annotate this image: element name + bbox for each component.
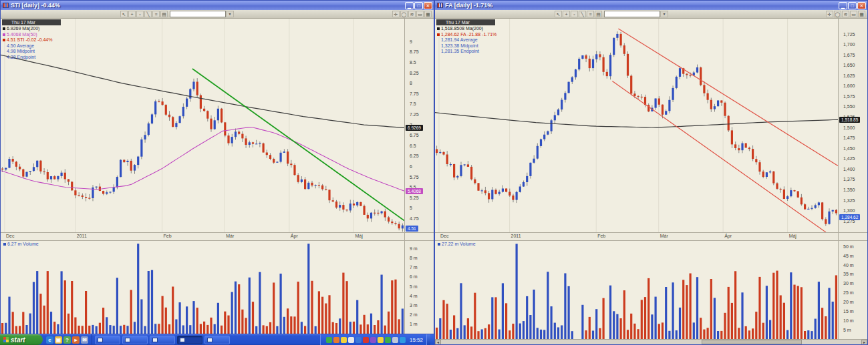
fibonacci-tool-icon[interactable]: ≡ <box>587 11 594 17</box>
symbol-go-button[interactable]: ▾ <box>660 11 668 17</box>
tray-icon-11[interactable] <box>400 337 406 343</box>
tray-icon-5[interactable] <box>355 337 361 343</box>
legend-marker-icon <box>3 27 5 30</box>
tray-icon-4[interactable] <box>348 337 354 343</box>
media-player-icon[interactable]: ▸ <box>72 336 80 344</box>
volume-chart[interactable]: 27.22 m Volume <box>435 241 838 339</box>
price-tick: 1,625 <box>843 73 855 78</box>
chart-toolbar: ↖+▫╲≡▤▾✛◯≋▭▦ <box>1 10 434 19</box>
legend-line: 4.50 Average <box>2 43 61 49</box>
time-tick: Feb <box>164 234 172 238</box>
symbol-go-button[interactable]: ▾ <box>226 11 234 17</box>
close-button[interactable]: ✕ <box>857 2 866 9</box>
trendline-tool-icon[interactable]: ╲ <box>579 11 586 17</box>
indicator-tool-icon[interactable]: ▤ <box>160 11 168 17</box>
scrollbar-thumb[interactable] <box>702 340 802 344</box>
price-tick: 1,575 <box>843 94 855 99</box>
fibonacci-tool-icon[interactable]: ≡ <box>152 11 160 17</box>
magnifier-icon[interactable]: ▫ <box>136 11 144 17</box>
volume-tick: 5 m <box>410 284 418 289</box>
channel-tool-icon[interactable]: ≋ <box>842 11 849 17</box>
minimize-button[interactable]: ▁ <box>839 2 847 9</box>
volume-legend: 6.27 m Volume <box>3 242 39 246</box>
mail-icon[interactable]: ✉ <box>81 336 88 344</box>
price-tick: 6.25 <box>410 153 419 158</box>
titlebar[interactable]: STI [daily] -0.44%▁□✕ <box>1 1 434 10</box>
time-tick: Máj <box>789 234 797 238</box>
indicator-tool-icon[interactable]: ▤ <box>595 11 602 17</box>
pan-icon[interactable]: ✛ <box>826 11 833 17</box>
crosshair-icon[interactable]: + <box>563 11 570 17</box>
chart-window-left: STI [daily] -0.44%▁□✕↖+▫╲≡▤▾✛◯≋▭▦Thu 17 … <box>0 0 434 334</box>
taskbar-window-4[interactable] <box>177 336 202 344</box>
volume-axis: 50 m45 m40 m35 m30 m25 m20 m15 m10 m5 m <box>838 241 867 339</box>
system-tray: 15:52 <box>320 334 434 345</box>
price-tick: 9 <box>410 39 412 44</box>
save-icon[interactable]: ▦ <box>858 11 865 17</box>
trendline-tool-icon[interactable]: ╲ <box>144 11 152 17</box>
rectangle-tool-icon[interactable]: ▭ <box>850 11 857 17</box>
magnifier-icon[interactable]: ▫ <box>571 11 578 17</box>
pointer-icon[interactable]: ↖ <box>555 11 562 17</box>
ellipse-tool-icon[interactable]: ◯ <box>400 11 408 17</box>
price-tick: 1,400 <box>843 167 855 171</box>
save-icon[interactable]: ▦ <box>424 11 432 17</box>
symbol-input[interactable] <box>170 11 226 17</box>
folder-icon[interactable]: ▣ <box>55 336 62 344</box>
titlebar[interactable]: FA [daily] -1.71%▁□✕ <box>435 1 867 10</box>
scroll-right-icon[interactable]: ► <box>861 340 867 345</box>
tray-icon-6[interactable] <box>363 337 369 343</box>
volume-tick: 50 m <box>843 244 854 249</box>
start-button[interactable]: start <box>0 334 43 345</box>
tray-icon-7[interactable] <box>370 337 376 343</box>
tray-icon-8[interactable] <box>378 337 384 343</box>
volume-tick: 4 m <box>410 294 418 298</box>
legend-line: 5.4068 Ma(50) <box>2 32 61 38</box>
close-button[interactable]: ✕ <box>424 2 432 9</box>
taskbar-clock: 15:52 <box>410 337 423 343</box>
tray-icon-9[interactable] <box>385 337 391 343</box>
volume-chart[interactable]: 6.27 m Volume <box>1 241 404 334</box>
maximize-button[interactable]: □ <box>848 2 857 9</box>
price-badge: 1,284.62 <box>839 214 860 220</box>
time-tick: Dec <box>6 234 14 238</box>
taskbar-window-2[interactable] <box>122 336 148 344</box>
taskbar-window-5[interactable] <box>204 336 230 344</box>
minimize-button[interactable]: ▁ <box>405 2 414 9</box>
volume-tick: 7 m <box>410 265 418 270</box>
channel-tool-icon[interactable]: ≋ <box>408 11 416 17</box>
price-tick: 6.75 <box>410 133 419 137</box>
quick-launch: e▣?▸✉ <box>43 334 92 345</box>
symbol-input[interactable] <box>604 11 660 17</box>
tray-icon-3[interactable] <box>341 337 347 343</box>
scroll-left-icon[interactable]: ◄ <box>435 340 441 345</box>
taskbar-end-cap <box>426 334 430 345</box>
ellipse-tool-icon[interactable]: ◯ <box>834 11 841 17</box>
internet-explorer-icon[interactable]: e <box>46 336 53 344</box>
price-tick: 7.5 <box>410 101 416 106</box>
tray-icon-2[interactable] <box>333 337 339 343</box>
tray-icon-10[interactable] <box>392 337 398 343</box>
taskbar-window-3[interactable] <box>150 336 175 344</box>
pan-icon[interactable]: ✛ <box>392 11 400 17</box>
volume-tick: 35 m <box>843 272 854 276</box>
price-chart[interactable]: Thu 17 Mar1,518.8508 Ma(200)1,284.62 FA … <box>435 19 838 232</box>
taskbar-window-1[interactable] <box>95 336 120 344</box>
pointer-icon[interactable]: ↖ <box>120 11 128 17</box>
price-chart[interactable]: Thu 17 Mar6.9269 Ma(200)5.4068 Ma(50)4.5… <box>1 19 404 232</box>
volume-tick: 8 m <box>410 256 418 260</box>
chart-legend: Thu 17 Mar6.9269 Ma(200)5.4068 Ma(50)4.5… <box>2 19 61 60</box>
scrollbar-track[interactable] <box>441 340 861 345</box>
help-icon[interactable]: ? <box>63 336 71 344</box>
horizontal-scrollbar[interactable]: ◄► <box>435 339 867 344</box>
price-tick: 1,550 <box>843 104 855 109</box>
window-thumbnail-icon <box>152 338 158 342</box>
rectangle-tool-icon[interactable]: ▭ <box>416 11 424 17</box>
crosshair-icon[interactable]: + <box>128 11 136 17</box>
maximize-button[interactable]: □ <box>414 2 423 9</box>
volume-tick: 25 m <box>843 290 854 295</box>
legend-marker-icon <box>3 50 5 53</box>
price-tick: 7.75 <box>410 91 419 96</box>
legend-line: 1,281.94 Average <box>436 37 496 43</box>
tray-icon-1[interactable] <box>326 337 332 343</box>
